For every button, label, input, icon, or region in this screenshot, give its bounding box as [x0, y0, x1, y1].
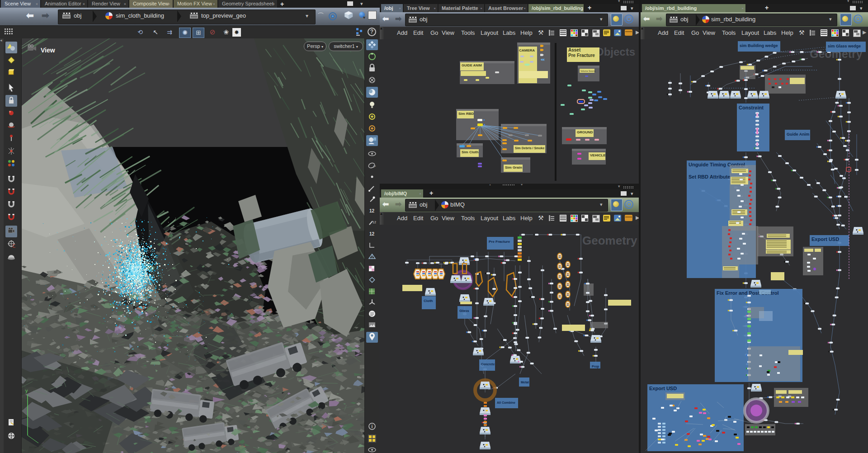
- svg-text:Sim Grain: Sim Grain: [505, 165, 522, 170]
- svg-text:VEHICLE: VEHICLE: [590, 153, 606, 157]
- svg-text:y: y: [25, 388, 28, 393]
- svg-text:12: 12: [373, 221, 376, 224]
- svg-text:Objects: Objects: [595, 46, 635, 58]
- svg-text:12: 12: [369, 231, 375, 236]
- svg-text:Constraint: Constraint: [739, 105, 764, 110]
- svg-text:Set RBD Attribute: Set RBD Attribute: [689, 174, 730, 179]
- svg-text:Glass: Glass: [459, 309, 469, 313]
- svg-text:i: i: [372, 424, 373, 429]
- svg-text:GROUND: GROUND: [577, 130, 593, 134]
- svg-text:P: P: [373, 165, 376, 169]
- svg-text:Guide Anim: Guide Anim: [787, 132, 809, 137]
- svg-text:CAMERA: CAMERA: [519, 48, 535, 52]
- svg-text:Sim RBD: Sim RBD: [458, 112, 474, 116]
- svg-text:Cloth: Cloth: [424, 299, 433, 303]
- svg-text:Sim Cloth: Sim Cloth: [462, 150, 478, 154]
- svg-text:Pre Fracture: Pre Fracture: [568, 53, 595, 58]
- svg-text:GUIDE ANIM: GUIDE ANIM: [462, 63, 482, 67]
- svg-text:Metal: Metal: [521, 381, 529, 384]
- svg-text:All Combine: All Combine: [497, 401, 515, 404]
- svg-text:12: 12: [369, 208, 375, 213]
- svg-text:Asset: Asset: [568, 47, 581, 52]
- svg-text:sim Glass wedge: sim Glass wedge: [828, 44, 861, 48]
- svg-text:sim Building wedge: sim Building wedge: [740, 43, 778, 48]
- svg-text:Volume Source: Volume Source: [580, 70, 596, 72]
- svg-text:Sim Debris / Smoke: Sim Debris / Smoke: [515, 146, 544, 150]
- svg-text:Export USD: Export USD: [811, 236, 839, 242]
- svg-text:Export USD: Export USD: [649, 386, 677, 391]
- svg-text:Concrete: Concrete: [481, 363, 495, 366]
- svg-text:Geometry: Geometry: [582, 234, 637, 247]
- svg-text:Prop: Prop: [592, 365, 599, 368]
- svg-text:Pre Fracture: Pre Fracture: [489, 240, 510, 244]
